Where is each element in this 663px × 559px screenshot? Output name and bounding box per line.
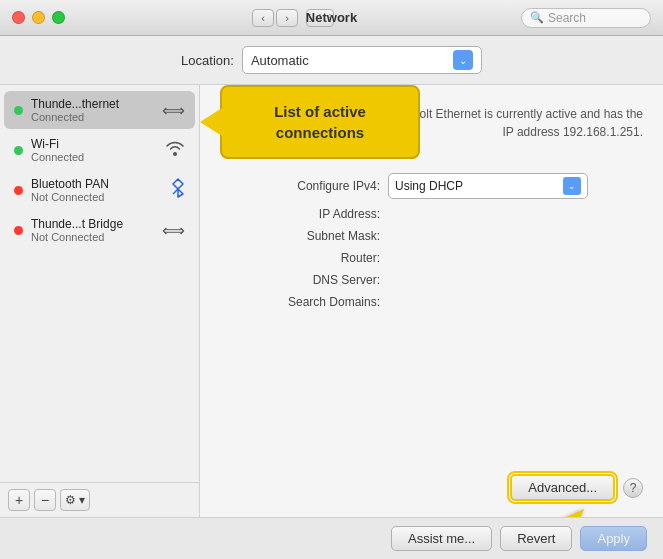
search-icon: 🔍 bbox=[530, 11, 544, 24]
sidebar-item-info: Thunde...t Bridge Not Connected bbox=[31, 217, 154, 243]
search-domains-row: Search Domains: bbox=[220, 295, 643, 309]
help-button[interactable]: ? bbox=[623, 478, 643, 498]
close-button[interactable] bbox=[12, 11, 25, 24]
configure-ipv4-row: Configure IPv4: Using DHCP ⌄ bbox=[220, 173, 643, 199]
sidebar-item-info: Wi-Fi Connected bbox=[31, 137, 157, 163]
sidebar-item-thunderbolt-bridge[interactable]: Thunde...t Bridge Not Connected ⟺ bbox=[4, 211, 195, 249]
sidebar-item-name: Bluetooth PAN bbox=[31, 177, 163, 191]
sidebar-item-status: Not Connected bbox=[31, 231, 154, 243]
apply-button[interactable]: Apply bbox=[580, 526, 647, 551]
status-dot-bluetooth bbox=[14, 186, 23, 195]
sidebar-item-name: Thunde...thernet bbox=[31, 97, 154, 111]
configure-ipv4-select[interactable]: Using DHCP ⌄ bbox=[388, 173, 588, 199]
status-dot-thunderbolt-ethernet bbox=[14, 106, 23, 115]
callout-tooltip: List of activeconnections bbox=[220, 85, 420, 159]
nav-forward-button[interactable]: › bbox=[276, 9, 298, 27]
location-bar: Location: Automatic ⌄ bbox=[0, 36, 663, 85]
assist-me-button[interactable]: Assist me... bbox=[391, 526, 492, 551]
location-select-arrow: ⌄ bbox=[453, 50, 473, 70]
remove-network-button[interactable]: − bbox=[34, 489, 56, 511]
main-content: Location: Automatic ⌄ Thunde...thernet C… bbox=[0, 36, 663, 559]
ipv4-select-arrow: ⌄ bbox=[563, 177, 581, 195]
sidebar-item-wifi[interactable]: Wi-Fi Connected bbox=[4, 131, 195, 169]
search-domains-label: Search Domains: bbox=[220, 295, 380, 309]
gear-dropdown-button[interactable]: ⚙ ▾ bbox=[60, 489, 90, 511]
ip-address-label: IP Address: bbox=[220, 207, 380, 221]
sidebar-item-name: Thunde...t Bridge bbox=[31, 217, 154, 231]
body-area: Thunde...thernet Connected ⟺ Wi-Fi Conne… bbox=[0, 85, 663, 517]
advanced-button[interactable]: Advanced... bbox=[510, 474, 615, 501]
sidebar-item-status: Connected bbox=[31, 111, 154, 123]
status-dot-thunderbolt-bridge bbox=[14, 226, 23, 235]
sidebar-item-bluetooth-pan[interactable]: Bluetooth PAN Not Connected bbox=[4, 171, 195, 209]
cursor-arrow-icon: ➤ bbox=[561, 499, 588, 517]
minimize-button[interactable] bbox=[32, 11, 45, 24]
location-label: Location: bbox=[181, 53, 234, 68]
ethernet-icon: ⟺ bbox=[162, 101, 185, 120]
search-input[interactable]: Search bbox=[548, 11, 642, 25]
advanced-button-container: Advanced... bbox=[510, 474, 615, 501]
nav-back-button[interactable]: ‹ bbox=[252, 9, 274, 27]
location-select-value: Automatic bbox=[251, 53, 309, 68]
titlebar-right: 🔍 Search bbox=[521, 8, 651, 28]
sidebar: Thunde...thernet Connected ⟺ Wi-Fi Conne… bbox=[0, 85, 200, 517]
sidebar-item-info: Thunde...thernet Connected bbox=[31, 97, 154, 123]
add-network-button[interactable]: + bbox=[8, 489, 30, 511]
sidebar-item-status: Not Connected bbox=[31, 191, 163, 203]
titlebar: ‹ › ⋮⋮⋮ Network 🔍 Search bbox=[0, 0, 663, 36]
window-title: Network bbox=[306, 10, 357, 25]
right-panel: List of activeconnections Thunderbolt Et… bbox=[200, 85, 663, 517]
subnet-mask-row: Subnet Mask: bbox=[220, 229, 643, 243]
callout-text: List of activeconnections bbox=[274, 103, 366, 141]
ip-address-row: IP Address: bbox=[220, 207, 643, 221]
sidebar-item-status: Connected bbox=[31, 151, 157, 163]
sidebar-item-thunderbolt-ethernet[interactable]: Thunde...thernet Connected ⟺ bbox=[4, 91, 195, 129]
sidebar-item-name: Wi-Fi bbox=[31, 137, 157, 151]
bridge-icon: ⟺ bbox=[162, 221, 185, 240]
form-area: Configure IPv4: Using DHCP ⌄ IP Address:… bbox=[220, 173, 643, 309]
subnet-mask-label: Subnet Mask: bbox=[220, 229, 380, 243]
dns-server-row: DNS Server: bbox=[220, 273, 643, 287]
status-dot-wifi bbox=[14, 146, 23, 155]
location-select[interactable]: Automatic ⌄ bbox=[242, 46, 482, 74]
maximize-button[interactable] bbox=[52, 11, 65, 24]
sidebar-bottom: + − ⚙ ▾ bbox=[0, 482, 199, 517]
bottom-bar: Assist me... Revert Apply bbox=[0, 517, 663, 559]
bluetooth-icon bbox=[171, 178, 185, 202]
sidebar-item-info: Bluetooth PAN Not Connected bbox=[31, 177, 163, 203]
router-label: Router: bbox=[220, 251, 380, 265]
search-box[interactable]: 🔍 Search bbox=[521, 8, 651, 28]
sidebar-list: Thunde...thernet Connected ⟺ Wi-Fi Conne… bbox=[0, 85, 199, 482]
dns-server-label: DNS Server: bbox=[220, 273, 380, 287]
revert-button[interactable]: Revert bbox=[500, 526, 572, 551]
wifi-icon bbox=[165, 140, 185, 160]
traffic-lights bbox=[12, 11, 65, 24]
ipv4-select-value: Using DHCP bbox=[395, 179, 463, 193]
configure-ipv4-label: Configure IPv4: bbox=[220, 179, 380, 193]
router-row: Router: bbox=[220, 251, 643, 265]
